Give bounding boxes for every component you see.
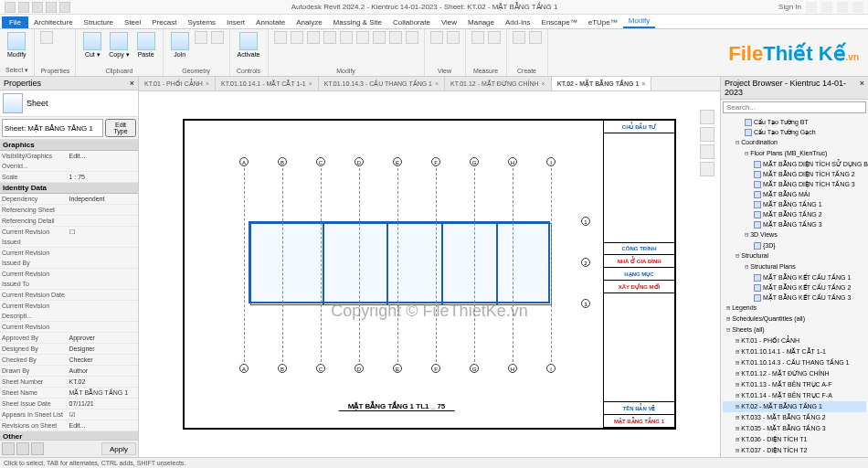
ribbon-button[interactable] [307,31,320,44]
prop-value[interactable]: KT.02 [69,377,137,387]
close-tab-icon[interactable]: × [435,80,439,87]
tree-node[interactable]: ⊞Schedules/Quantities (all) [723,314,866,324]
tree-node[interactable]: ⊟Structural Plans [723,261,866,272]
ribbon-tab-precast[interactable]: Precast [146,16,182,28]
ribbon-tab-steel[interactable]: Steel [119,16,146,28]
expand-icon[interactable]: ⊟ [745,231,748,239]
expand-icon[interactable]: ⊟ [736,139,739,146]
edit-type-button[interactable]: Edit Type [105,119,136,137]
tree-node[interactable]: ⊟Sheets (all) [723,324,866,335]
prop-value[interactable] [69,216,137,226]
property-row[interactable]: Checked ByChecker [0,355,138,366]
ribbon-tab-file[interactable]: File [2,16,28,28]
browser-tree[interactable]: Cấu Tạo Tường BTCấu Tạo Tường Gạch⊟Coord… [721,115,868,457]
nav-cube-icon[interactable] [700,127,715,142]
footer-icon[interactable] [16,442,29,455]
property-row[interactable]: Current Revision [0,322,138,333]
ribbon-tab-manage[interactable]: Manage [462,16,500,28]
qat-icon[interactable] [18,2,29,13]
tree-node[interactable]: MẶT BẰNG TẦNG 3 [723,219,866,229]
nav-wheel-icon[interactable] [700,144,715,159]
expand-icon[interactable]: ⊟ [736,252,739,260]
qat-icon[interactable] [46,2,57,13]
qat-icon[interactable] [32,2,43,13]
property-row[interactable]: Current Revision Issued☐ [0,227,138,248]
ribbon-button[interactable]: Cut ▾ [81,31,103,59]
prop-value[interactable] [69,322,137,332]
ribbon-tab-annotate[interactable]: Annotate [250,16,291,28]
ribbon-button[interactable] [471,31,484,44]
prop-value[interactable]: Edit... [69,151,137,171]
close-tab-icon[interactable]: × [206,80,209,87]
tree-node[interactable]: ⊟Coordination [723,137,866,148]
tree-node[interactable]: MẶT BẰNG MÁI [723,189,866,199]
property-row[interactable]: Revisions on SheetEdit... [0,420,138,431]
prop-value[interactable]: Author [69,366,137,376]
prop-value[interactable]: 1 : 75 [69,172,137,182]
prop-value[interactable]: ☐ [69,227,137,247]
tree-node[interactable]: ⊞KT.036 - DIỆN TÍCH T1 [723,434,866,445]
property-row[interactable]: Referencing Detail [0,216,138,227]
ribbon-button[interactable] [488,31,501,44]
expand-icon[interactable]: ⊞ [726,304,730,312]
tree-node[interactable]: ⊟Structural [723,250,866,261]
ribbon-tab-enscape[interactable]: Enscape™ [536,16,583,28]
tree-node[interactable]: Cấu Tạo Tường Gạch [723,127,866,137]
ribbon-button[interactable]: Join [169,31,191,58]
ribbon-tab-architecture[interactable]: Architecture [28,16,79,28]
property-row[interactable]: Current Revision Date [0,290,138,301]
property-row[interactable]: Current Revision Issued By [0,248,138,269]
ribbon-button[interactable] [430,31,443,44]
expand-icon[interactable]: ⊞ [736,392,739,399]
ribbon-tab-massingsite[interactable]: Massing & Site [328,16,387,28]
property-row[interactable]: Designed ByDesigner [0,344,138,355]
expand-icon[interactable]: ⊟ [745,263,748,271]
expand-icon[interactable]: ⊞ [736,370,739,378]
prop-value[interactable] [69,290,137,300]
ribbon-button[interactable] [529,31,542,44]
nav-home-icon[interactable] [700,110,715,124]
prop-value[interactable]: Checker [69,355,137,365]
tree-node[interactable]: MẶT BẰNG DIỆN TÍCH TẦNG 3 [723,179,866,189]
ribbon-tab-systems[interactable]: Systems [182,16,221,28]
apply-button[interactable]: Apply [101,442,136,455]
prop-section-header[interactable]: Graphics [0,140,138,151]
prop-value[interactable]: 07/11/21 [69,399,137,409]
tree-node[interactable]: ⊟3D Views [723,229,866,240]
property-row[interactable]: DependencyIndependent [0,194,138,205]
tree-node[interactable]: ⊞KT.035 - MẶT BẰNG TẦNG 3 [723,423,866,434]
close-panel-icon[interactable]: × [860,79,864,97]
expand-icon[interactable]: ⊞ [736,381,739,388]
ribbon-button[interactable]: Modify [5,31,28,58]
expand-icon[interactable]: ⊞ [736,436,739,443]
ribbon-button[interactable] [195,31,207,44]
expand-icon[interactable]: ⊞ [736,348,739,356]
close-tab-icon[interactable]: × [309,80,312,87]
prop-section-header[interactable]: Other [0,431,138,440]
prop-value[interactable] [69,269,137,289]
expand-icon[interactable]: ⊞ [736,337,739,345]
drawing-sheet[interactable]: MẶT BẰNG TẦNG 1 TL1 _ 75 AABBCCDDEEFFGGH… [183,119,676,430]
ribbon-button[interactable] [340,31,353,44]
ribbon-button[interactable] [323,31,336,44]
tree-node[interactable]: ⊞KT.02 - MẶT BẰNG TẦNG 1 [723,401,866,412]
tree-node[interactable]: Cấu Tạo Tường BT [723,117,866,127]
tree-node[interactable]: MẶT BẰNG TẦNG 1 [723,199,866,209]
ribbon-tab-modify[interactable]: Modify [623,15,656,28]
ribbon-tab-analyze[interactable]: Analyze [291,16,327,28]
prop-value[interactable]: ☑ [69,410,137,420]
expand-icon[interactable]: ⊞ [736,447,739,454]
ribbon-button[interactable] [211,31,224,44]
tree-node[interactable]: MẶT BẰNG DIỆN TÍCH SỬ DỤNG BẰNG [723,159,866,169]
ribbon-button[interactable] [291,31,303,44]
expand-icon[interactable]: ⊞ [736,425,739,432]
prop-value[interactable] [69,301,137,321]
plan-viewport[interactable]: MẶT BẰNG TẦNG 1 TL1 _ 75 AABBCCDDEEFFGGH… [194,130,599,419]
prop-value[interactable]: MẶT BẰNG TẦNG 1 [69,388,137,398]
browser-search-input[interactable] [723,101,866,113]
expand-icon[interactable]: ⊞ [736,359,739,367]
ribbon-button[interactable] [40,31,53,44]
prop-value[interactable]: Independent [69,194,137,204]
tree-node[interactable]: ⊞KT.037 - DIỆN TÍCH T2 [723,445,866,456]
prop-value[interactable]: Designer [69,344,137,354]
